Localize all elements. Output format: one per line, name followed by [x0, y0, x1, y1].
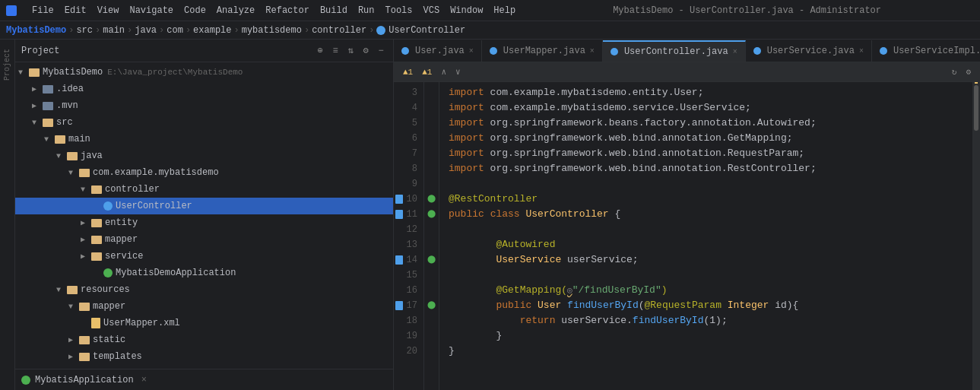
- tree-item-package[interactable]: ▼ com.example.mybatisdemo: [15, 164, 393, 181]
- menu-build[interactable]: Build: [316, 4, 352, 17]
- run-close-icon[interactable]: ×: [141, 375, 147, 385]
- tab-controller-icon: [611, 48, 618, 55]
- breadcrumb-example[interactable]: example: [193, 25, 231, 36]
- tree-arrow-mapper-pkg: ▶: [81, 235, 91, 244]
- tree-item-mvn[interactable]: ▶ .mvn: [15, 97, 393, 114]
- tree-item-main[interactable]: ▼ main: [15, 131, 393, 147]
- sidebar-header: Project ⊕ ≡ ⇅ ⚙ −: [15, 40, 393, 62]
- tree-item-root[interactable]: ▼ MybatisDemo E:\Java_project\MybatisDem…: [15, 64, 393, 81]
- app-icon: [6, 5, 17, 16]
- toolbar-down-icon[interactable]: ∨: [452, 65, 464, 78]
- breadcrumb-controller[interactable]: controller: [312, 25, 366, 36]
- menu-help[interactable]: Help: [489, 4, 520, 17]
- tab-user-java-close[interactable]: ×: [469, 47, 474, 55]
- menu-view[interactable]: View: [93, 4, 124, 17]
- tab-userserviceimpl-java[interactable]: UserServiceImpl.java ×: [872, 40, 980, 62]
- breadcrumb-java[interactable]: java: [135, 25, 157, 36]
- tree-item-res-mapper[interactable]: ▼ mapper: [15, 298, 393, 315]
- tab-user-java-label: User.java: [415, 46, 465, 56]
- breadcrumb-file[interactable]: UserController: [389, 25, 465, 36]
- locate-icon[interactable]: ⊕: [314, 45, 326, 57]
- editor-area: User.java × UserMapper.java × UserContro…: [394, 40, 980, 390]
- package-folder-icon: [79, 169, 90, 177]
- menu-edit[interactable]: Edit: [60, 4, 91, 17]
- gutter-6: [424, 131, 439, 146]
- tab-service-icon: [753, 47, 761, 55]
- code-line-19: }: [449, 328, 972, 344]
- tree-item-app[interactable]: MybatisDemoApplication: [15, 265, 393, 281]
- static-folder-icon: [79, 336, 90, 344]
- menu-refactor[interactable]: Refactor: [261, 4, 314, 17]
- tree-item-static[interactable]: ▶ static: [15, 331, 393, 348]
- gutter-14: ⬤: [424, 252, 439, 268]
- tree-item-resources[interactable]: ▼ resources: [15, 281, 393, 298]
- code-line-7: import org.springframework.web.bind.anno…: [449, 146, 972, 161]
- menu-navigate[interactable]: Navigate: [125, 4, 178, 17]
- tab-userservice-java[interactable]: UserService.java ×: [746, 40, 872, 62]
- close-sidebar-icon[interactable]: −: [375, 45, 387, 57]
- menu-run[interactable]: Run: [354, 4, 379, 17]
- tree-item-usermapper-xml[interactable]: UserMapper.xml: [15, 315, 393, 331]
- tab-service-close[interactable]: ×: [859, 47, 864, 55]
- ln-19: 19: [394, 328, 423, 344]
- menu-analyze[interactable]: Analyze: [212, 4, 259, 17]
- controller-label: controller: [105, 184, 160, 195]
- collapse-all-icon[interactable]: ≡: [329, 45, 341, 57]
- ln-8: 8: [394, 161, 423, 176]
- tree-arrow-entity: ▶: [81, 218, 91, 227]
- menu-file[interactable]: File: [27, 4, 59, 17]
- tree-arrow-controller: ▼: [81, 185, 91, 194]
- ln-7: 7: [394, 146, 423, 161]
- java-folder-icon: [67, 152, 78, 160]
- tree-item-service[interactable]: ▶ service: [15, 248, 393, 265]
- gutter-11: ⬤: [424, 207, 439, 222]
- right-scrollbar[interactable]: [972, 82, 980, 390]
- gutter-19: [424, 328, 439, 344]
- toolbar-refresh-icon[interactable]: ↻: [949, 65, 960, 78]
- breadcrumb-com[interactable]: com: [167, 25, 183, 36]
- sort-icon[interactable]: ⇅: [344, 45, 357, 57]
- tab-usercontroller-java[interactable]: UserController.java ×: [603, 40, 746, 62]
- toolbar-up-icon[interactable]: ∧: [438, 65, 449, 78]
- tab-impl-icon: [880, 47, 887, 55]
- resources-label: resources: [81, 284, 130, 295]
- tab-controller-close[interactable]: ×: [733, 48, 737, 56]
- warning-count-1[interactable]: ▲1: [400, 66, 416, 78]
- toolbar-settings-icon[interactable]: ⚙: [963, 65, 974, 78]
- ln-12: 12: [394, 222, 423, 237]
- menu-code[interactable]: Code: [179, 4, 211, 17]
- tree-item-usercontroller[interactable]: UserController: [15, 198, 393, 214]
- tree-item-java[interactable]: ▼ java: [15, 147, 393, 164]
- root-name: MybatisDemo: [43, 67, 103, 78]
- settings-icon[interactable]: ⚙: [360, 45, 372, 57]
- tab-usermapper-java[interactable]: UserMapper.java ×: [482, 40, 603, 62]
- menu-tools[interactable]: Tools: [381, 4, 417, 17]
- tree-item-src[interactable]: ▼ src: [15, 114, 393, 131]
- tree-item-mapper-pkg[interactable]: ▶ mapper: [15, 231, 393, 248]
- run-bar: MybatisApplication ×: [15, 369, 393, 390]
- breadcrumb-mybatisdemo[interactable]: mybatisdemo: [242, 25, 302, 36]
- tree-item-entity[interactable]: ▶ entity: [15, 214, 393, 231]
- scrollbar-thumb[interactable]: [974, 85, 978, 131]
- code-line-11: public class UserController {: [449, 207, 972, 222]
- menu-vcs[interactable]: VCS: [419, 4, 445, 17]
- code-content[interactable]: import com.example.mybatisdemo.entity.Us…: [439, 82, 972, 390]
- tab-usermapper-close[interactable]: ×: [590, 47, 595, 55]
- ln-14: 14: [394, 252, 423, 268]
- code-line-18: return userService.findUserById(1);: [449, 313, 972, 328]
- tab-user-java[interactable]: User.java ×: [394, 40, 482, 62]
- gutter-17-fold[interactable]: ⬤: [424, 298, 439, 313]
- tree-item-idea[interactable]: ▶ .idea: [15, 81, 393, 97]
- warning-count-2[interactable]: ▲1: [419, 66, 435, 78]
- tree-item-controller[interactable]: ▼ controller: [15, 181, 393, 198]
- mapper-pkg-label: mapper: [105, 234, 138, 245]
- breadcrumb-src[interactable]: src: [76, 25, 93, 36]
- breadcrumb-project[interactable]: MybatisDemo: [6, 25, 66, 36]
- tab-service-label: UserService.java: [767, 46, 855, 56]
- tree-item-templates[interactable]: ▶ templates: [15, 348, 393, 365]
- file-icon: [376, 26, 385, 35]
- menu-window[interactable]: Window: [446, 4, 487, 17]
- breadcrumb-main[interactable]: main: [103, 25, 125, 36]
- usercontroller-label: UserController: [116, 201, 192, 211]
- project-panel-label[interactable]: Project: [3, 49, 11, 81]
